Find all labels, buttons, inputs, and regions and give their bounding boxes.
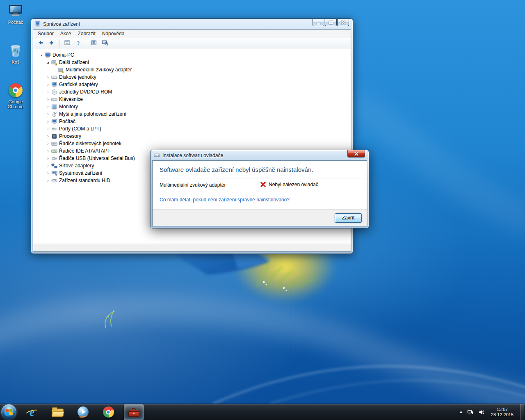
hid-device-icon xyxy=(50,177,58,184)
tray-expand-icon[interactable] xyxy=(459,411,463,413)
menu-soubor[interactable]: Soubor xyxy=(34,30,57,37)
maximize-button[interactable] xyxy=(325,19,337,26)
window-caption-buttons xyxy=(313,19,349,26)
driver-install-dialog: Instalace softwaru ovladače Software ovl… xyxy=(150,150,369,228)
expander-icon[interactable] xyxy=(45,105,50,109)
menubar: SouborAkceZobrazitNápověda xyxy=(33,30,351,38)
taskbar: e xyxy=(0,404,525,420)
tree-item-multimedialni-zvukovy-adapter[interactable]: Multimediální zvukový adaptér xyxy=(33,66,351,73)
taskbar-chrome-button[interactable] xyxy=(98,404,118,420)
taskbar-internet-explorer-button[interactable]: e xyxy=(22,404,42,420)
dialog-titlebar[interactable]: Instalace softwaru ovladače xyxy=(151,150,369,160)
tree-item-label: Diskové jednotky xyxy=(58,74,96,80)
expander-icon[interactable] xyxy=(45,98,50,101)
monitor-icon xyxy=(50,103,58,110)
show-desktop-button[interactable] xyxy=(520,404,524,420)
taskbar-media-player-button[interactable] xyxy=(73,404,93,420)
tree-item-label: Řadiče IDE ATA/ATAPI xyxy=(58,148,109,154)
close-icon xyxy=(354,152,358,156)
tree-item-label: Řadiče disketových jednotek xyxy=(58,141,121,146)
expander-icon[interactable] xyxy=(45,120,50,123)
tree-item-label: Multimediální zvukový adaptér xyxy=(64,67,132,73)
tree-item-monitory[interactable]: Monitory xyxy=(33,103,351,110)
expander-icon[interactable] xyxy=(45,112,50,116)
dialog-message: Software ovladače zařízení nebyl úspěšně… xyxy=(153,161,367,178)
dialog-caption-buttons xyxy=(347,150,365,158)
toolbar-separator xyxy=(86,40,86,47)
help-link[interactable]: Co mám dělat, pokud není zařízení správn… xyxy=(160,197,290,203)
tree-item-porty-com-a-lpt[interactable]: Porty (COM a LPT) xyxy=(33,125,351,132)
tree-item-diskove-jednotky[interactable]: Diskové jednotky xyxy=(33,73,351,81)
expander-icon[interactable] xyxy=(38,53,44,57)
floppy-controller-icon xyxy=(50,140,58,147)
minimize-button[interactable] xyxy=(313,19,324,26)
clock[interactable]: 13:07 28.12.2015 xyxy=(489,407,515,418)
show-console-window-button[interactable] xyxy=(62,39,72,48)
usb-controller-icon xyxy=(50,155,58,162)
tree-item-radice-disketovych-jednotek[interactable]: Řadiče disketových jednotek xyxy=(33,140,351,147)
taskbar-device-manager-button[interactable] xyxy=(124,404,144,420)
expander-icon[interactable] xyxy=(45,179,50,183)
devices-list-button[interactable] xyxy=(89,39,99,48)
start-button[interactable] xyxy=(1,404,16,420)
expander-icon[interactable] xyxy=(45,157,50,160)
tree-item-graficke-adaptery[interactable]: Grafické adaptéry xyxy=(33,81,351,88)
expander-icon[interactable] xyxy=(45,164,50,168)
close-button[interactable] xyxy=(337,19,349,26)
expander-icon[interactable] xyxy=(45,61,50,64)
desktop-icon-recycle-bin[interactable]: Koš xyxy=(2,43,29,64)
maximize-icon xyxy=(329,21,333,24)
computer-icon xyxy=(2,3,29,18)
recycle-bin-icon xyxy=(2,43,29,58)
warning-device-icon xyxy=(50,59,58,66)
tree-item-klavesnice[interactable]: Klávesnice xyxy=(33,96,351,103)
device-status: Nebyl nalezen ovladač. xyxy=(260,181,320,187)
desktop-icon-chrome[interactable]: Google Chrome xyxy=(2,82,29,109)
help-link-row: Co mám dělat, pokud není zařízení správn… xyxy=(153,192,367,209)
dialog-title: Instalace softwaru ovladače xyxy=(162,153,223,158)
tree-item-dalsi-zarizeni[interactable]: Další zařízení xyxy=(33,59,351,66)
show-console-window-icon xyxy=(64,39,71,48)
clock-time: 13:07 xyxy=(491,407,514,412)
tree-item-label: Porty (COM a LPT) xyxy=(58,126,101,132)
tree-item-procesory[interactable]: Procesory xyxy=(33,132,351,140)
dialog-close-button[interactable] xyxy=(347,150,365,158)
tree-item-label: Systémová zařízení xyxy=(58,170,102,176)
volume-icon[interactable] xyxy=(478,409,485,415)
tree-item-mysi-a-jina-polohovaci-zarizeni[interactable]: Myši a jiná polohovací zařízení xyxy=(33,110,351,118)
expander-icon[interactable] xyxy=(45,135,50,138)
menu-napoveda[interactable]: Nápověda xyxy=(99,30,128,37)
forward-button[interactable] xyxy=(46,39,57,48)
help-icon: ? xyxy=(75,39,82,48)
window-title: Správce zařízení xyxy=(43,21,80,27)
serial-port-icon xyxy=(50,126,58,132)
device-manager-titlebar[interactable]: Správce zařízení xyxy=(31,19,353,29)
network-icon[interactable] xyxy=(467,409,474,415)
mouse-icon xyxy=(50,111,58,117)
tree-item-label: Zařízení standardu HID xyxy=(58,178,110,183)
close-dialog-button[interactable]: Zavřít xyxy=(335,213,362,223)
expander-icon[interactable] xyxy=(45,127,50,131)
display-adapter-icon xyxy=(50,81,58,88)
taskbar-windows-explorer-button[interactable] xyxy=(48,404,67,420)
back-button[interactable] xyxy=(35,39,46,48)
expander-icon[interactable] xyxy=(45,90,50,94)
processor-icon xyxy=(50,133,58,139)
warning-device-icon xyxy=(57,66,64,73)
expander-icon[interactable] xyxy=(45,171,50,175)
tree-item-pocitac[interactable]: Počítač xyxy=(33,118,351,125)
tree-item-doma-pc[interactable]: Doma-PC xyxy=(33,51,351,59)
desktop-icon-computer[interactable]: Počítač xyxy=(2,3,29,25)
desktop-icon-label: Google Chrome xyxy=(2,99,29,109)
minimize-icon xyxy=(317,23,320,25)
menu-akce[interactable]: Akce xyxy=(57,30,75,37)
expander-icon[interactable] xyxy=(45,142,50,146)
forward-icon xyxy=(48,39,55,48)
expander-icon[interactable] xyxy=(45,83,50,87)
tree-item-jednotky-dvd-cd-rom[interactable]: Jednotky DVD/CD-ROM xyxy=(33,88,351,96)
scan-hardware-changes-button[interactable] xyxy=(100,39,110,48)
menu-zobrazit[interactable]: Zobrazit xyxy=(74,30,98,37)
expander-icon[interactable] xyxy=(45,75,50,79)
expander-icon[interactable] xyxy=(45,149,50,153)
help-button[interactable]: ? xyxy=(73,39,83,48)
